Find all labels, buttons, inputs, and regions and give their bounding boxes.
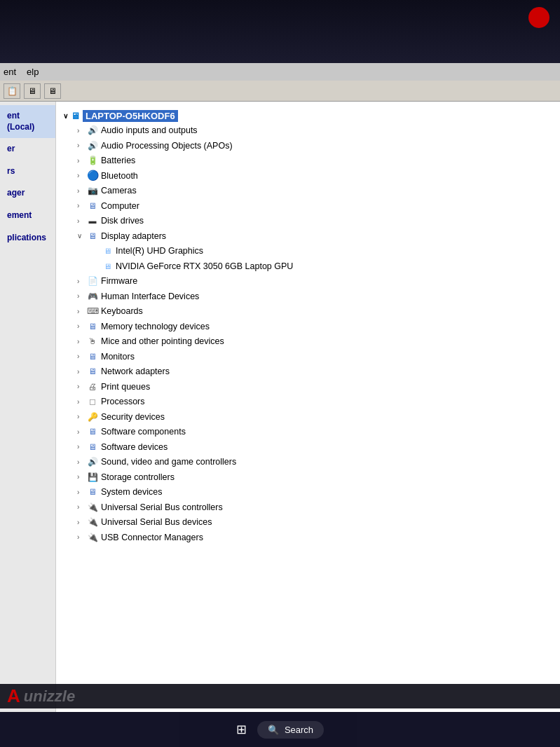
tree-item-cameras[interactable]: › 📷 Cameras — [63, 184, 553, 199]
processors-label: Processors — [101, 396, 145, 409]
tree-item-usb-connector[interactable]: › 🔌 USB Connector Managers — [63, 530, 553, 546]
network-icon: 🖥 — [87, 366, 98, 378]
keyboards-icon: ⌨ — [87, 306, 98, 317]
bottom-brand: A unizzle — [0, 684, 560, 708]
memory-label: Memory technology devices — [101, 321, 210, 334]
brand-logo: A — [7, 685, 20, 707]
toolbar-btn-2[interactable]: 🖥 — [24, 83, 41, 99]
chevron-icon: › — [77, 307, 84, 317]
software-devices-label: Software devices — [101, 441, 168, 454]
firmware-label: Firmware — [101, 275, 137, 288]
audio-apo-icon: 🔊 — [87, 140, 98, 151]
tree-item-usb-controllers[interactable]: › 🔌 Universal Serial Bus controllers — [63, 500, 553, 516]
batteries-label: Batteries — [101, 155, 135, 167]
tree-item-nvidia-gpu[interactable]: 🖥 NVIDIA GeForce RTX 3050 6GB Laptop GPU — [63, 259, 553, 275]
usb-devices-icon: 🔌 — [87, 517, 98, 528]
taskbar-search[interactable]: 🔍 Search — [257, 721, 324, 739]
print-icon: 🖨 — [87, 381, 98, 392]
tree-item-hid[interactable]: › 🎮 Human Interface Devices — [63, 289, 553, 305]
chevron-icon: › — [77, 427, 84, 437]
chevron-icon: › — [77, 518, 84, 528]
sidebar-item-plications[interactable]: plications — [0, 227, 55, 249]
sidebar-item-ager[interactable]: ager — [0, 182, 55, 205]
tree-item-security[interactable]: › 🔑 Security devices — [63, 410, 553, 425]
menu-item-elp[interactable]: elp — [27, 67, 39, 77]
display-label: Display adapters — [101, 231, 166, 243]
tree-item-system[interactable]: › 🖥 System devices — [63, 485, 553, 500]
usb-devices-label: Universal Serial Bus devices — [101, 516, 212, 529]
chevron-icon: › — [77, 472, 84, 482]
software-devices-icon: 🖥 — [87, 441, 98, 453]
tree-item-memory[interactable]: › 🖥 Memory technology devices — [63, 320, 553, 335]
tree-item-usb-devices[interactable]: › 🔌 Universal Serial Bus devices — [63, 515, 553, 530]
bluetooth-icon: 🔵 — [87, 170, 98, 181]
sidebar-item-rs[interactable]: rs — [0, 160, 55, 183]
tree-item-display[interactable]: ∨ 🖥 Display adapters — [63, 229, 553, 245]
monitors-label: Monitors — [101, 351, 135, 364]
disk-icon: ▬ — [87, 216, 98, 227]
brand-name: unizzle — [24, 687, 75, 706]
tree-container: ∨ 🖥 LAPTOP-O5HKODF6 › 🔊 Audio inputs and… — [56, 105, 560, 549]
batteries-icon: 🔋 — [87, 156, 98, 167]
memory-icon: 🖥 — [87, 321, 98, 332]
root-chevron: ∨ — [63, 112, 68, 120]
tree-item-software-components[interactable]: › 🖥 Software components — [63, 425, 553, 440]
tree-item-network[interactable]: › 🖥 Network adapters — [63, 364, 553, 380]
chevron-icon: › — [77, 201, 84, 211]
chevron-icon: › — [77, 337, 84, 347]
menu-item-ent[interactable]: ent — [4, 67, 16, 77]
sidebar-item-local[interactable]: ent (Local) — [0, 105, 55, 138]
chevron-icon: › — [77, 156, 84, 166]
tree-item-sound[interactable]: › 🔊 Sound, video and game controllers — [63, 455, 553, 470]
chevron-icon: › — [77, 442, 84, 452]
storage-label: Storage controllers — [101, 472, 175, 484]
hid-icon: 🎮 — [87, 291, 98, 302]
sidebar-item-er[interactable]: er — [0, 138, 55, 160]
audio-inputs-icon: 🔊 — [87, 125, 98, 137]
tree-item-computer[interactable]: › 🖥 Computer — [63, 199, 553, 214]
tree-item-software-devices[interactable]: › 🖥 Software devices — [63, 440, 553, 455]
tree-item-storage[interactable]: › 💾 Storage controllers — [63, 470, 553, 486]
system-icon: 🖥 — [87, 487, 98, 498]
tree-item-batteries[interactable]: › 🔋 Batteries — [63, 153, 553, 169]
device-tree-content[interactable]: ∨ 🖥 LAPTOP-O5HKODF6 › 🔊 Audio inputs and… — [56, 102, 560, 712]
toolbar-btn-3[interactable]: 🖥 — [44, 83, 61, 99]
nvidia-gpu-icon: 🖥 — [102, 261, 113, 272]
tree-item-firmware[interactable]: › 📄 Firmware — [63, 274, 553, 289]
network-label: Network adapters — [101, 366, 170, 378]
bluetooth-label: Bluetooth — [101, 170, 138, 183]
chevron-icon: › — [77, 533, 84, 542]
chevron-icon: › — [77, 322, 84, 331]
nvidia-gpu-label: NVIDIA GeForce RTX 3050 6GB Laptop GPU — [116, 261, 293, 273]
tree-item-processors[interactable]: › ◻ Processors — [63, 395, 553, 410]
usb-controllers-icon: 🔌 — [87, 502, 98, 513]
tree-item-intel-gpu[interactable]: 🖥 Intel(R) UHD Graphics — [63, 244, 553, 259]
computer-label: Computer — [101, 200, 139, 213]
chevron-icon: › — [77, 186, 84, 196]
chevron-icon: › — [77, 277, 84, 287]
mice-icon: 🖱 — [87, 336, 98, 348]
chevron-icon: › — [77, 382, 84, 392]
tree-item-print[interactable]: › 🖨 Print queues — [63, 380, 553, 395]
tree-item-mice[interactable]: › 🖱 Mice and other pointing devices — [63, 334, 553, 350]
windows-start-button[interactable]: ⊞ — [236, 722, 247, 737]
tree-item-monitors[interactable]: › 🖥 Monitors — [63, 350, 553, 365]
chevron-icon: › — [77, 397, 84, 407]
tree-item-disk[interactable]: › ▬ Disk drives — [63, 214, 553, 229]
sidebar-item-ement[interactable]: ement — [0, 205, 55, 227]
taskbar: ⊞ 🔍 Search — [0, 712, 560, 747]
tree-item-audio-inputs[interactable]: › 🔊 Audio inputs and outputs — [63, 123, 553, 139]
chevron-icon: › — [77, 458, 84, 467]
chevron-icon: › — [77, 488, 84, 498]
tree-item-keyboards[interactable]: › ⌨ Keyboards — [63, 304, 553, 320]
tree-root[interactable]: ∨ 🖥 LAPTOP-O5HKODF6 — [63, 109, 553, 123]
toolbar: 📋 🖥 🖥 — [0, 81, 560, 102]
computer-icon: 🖥 — [87, 200, 98, 212]
search-icon: 🔍 — [268, 725, 279, 735]
toolbar-btn-1[interactable]: 📋 — [4, 83, 20, 99]
tree-item-bluetooth[interactable]: › 🔵 Bluetooth — [63, 169, 553, 184]
print-label: Print queues — [101, 381, 150, 394]
mice-label: Mice and other pointing devices — [101, 336, 224, 348]
intel-gpu-icon: 🖥 — [102, 246, 113, 257]
tree-item-audio-apo[interactable]: › 🔊 Audio Processing Objects (APOs) — [63, 139, 553, 154]
